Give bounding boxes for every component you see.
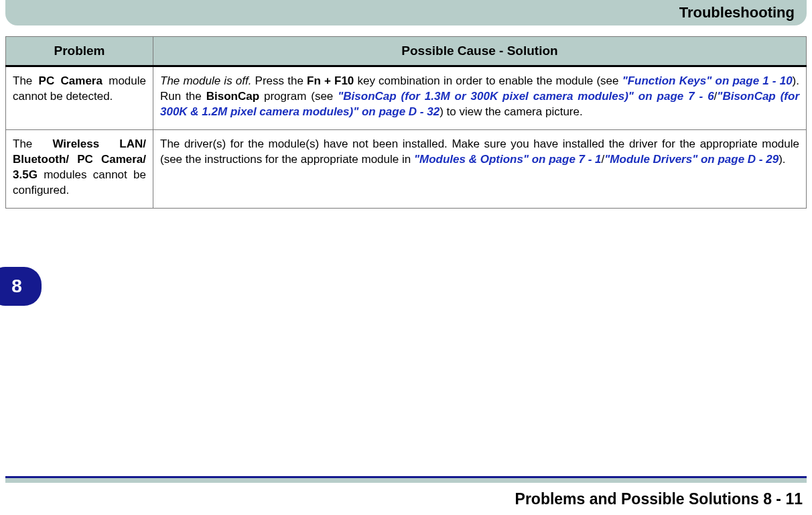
table-row: The Wireless LAN/ Bluetooth/ PC Camera/ … [6, 129, 807, 208]
chapter-number: 8 [11, 276, 22, 297]
th-problem: Problem [6, 37, 153, 66]
header-bar: Troubleshooting [5, 0, 807, 25]
troubleshooting-table-wrap: Problem Possible Cause - Solution The PC… [5, 36, 807, 209]
cell-problem: The Wireless LAN/ Bluetooth/ PC Camera/ … [6, 129, 153, 208]
chapter-tab: 8 [0, 267, 42, 306]
link-module-drivers[interactable]: "Module Drivers" on page D - 29 [604, 153, 779, 166]
link-function-keys[interactable]: "Function Keys" on page 1 - 10 [622, 74, 793, 87]
cell-solution: The driver(s) for the module(s) have not… [153, 129, 807, 208]
cell-problem: The PC Camera module cannot be detected. [6, 66, 153, 130]
link-modules-options[interactable]: "Modules & Options" on page 7 - 1 [414, 153, 602, 166]
th-solution: Possible Cause - Solution [153, 37, 807, 66]
footer-text: Problems and Possible Solutions 8 - 11 [515, 490, 803, 508]
cell-solution: The module is off. Press the Fn + F10 ke… [153, 66, 807, 130]
page-header-title: Troubleshooting [679, 4, 795, 21]
table-row: The PC Camera module cannot be detected.… [6, 66, 807, 130]
link-bisoncap-13m[interactable]: "BisonCap (for 1.3M or 300K pixel camera… [338, 90, 714, 103]
troubleshooting-table: Problem Possible Cause - Solution The PC… [5, 36, 807, 209]
footer-bar [5, 476, 807, 483]
